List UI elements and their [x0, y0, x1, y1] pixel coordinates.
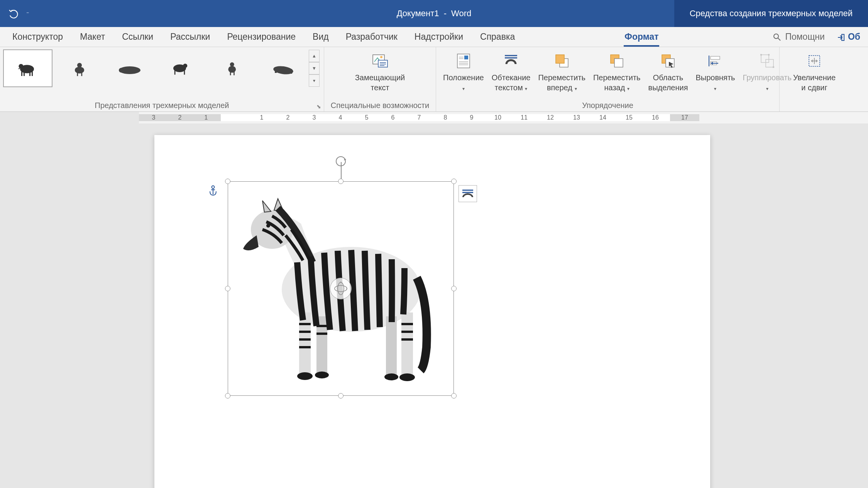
svg-point-78 [338, 282, 344, 295]
ribbon: ▲ ▼ ▾ Представления трехмерных моделей ⬊ [0, 47, 868, 112]
ruler-mark: 16 [642, 114, 668, 121]
anchor-icon[interactable] [208, 185, 218, 198]
3d-view-6[interactable] [258, 49, 307, 87]
3d-orbit-control[interactable] [330, 278, 352, 299]
wrap-text-button[interactable]: Обтекание текстом ▾ [488, 49, 535, 93]
3d-view-1[interactable] [3, 49, 52, 87]
layout-options-button[interactable] [459, 185, 477, 202]
svg-rect-50 [761, 55, 769, 62]
resize-handle-sw[interactable] [225, 393, 230, 399]
tell-me-search[interactable]: Помощни [773, 32, 824, 42]
tab-review[interactable]: Рецензирование [218, 27, 304, 47]
svg-rect-28 [378, 60, 387, 67]
bring-forward-button[interactable]: Переместить вперед ▾ [534, 49, 589, 93]
svg-rect-2 [842, 34, 844, 41]
ruler-mark: 15 [616, 114, 642, 121]
ruler-mark: 5 [354, 114, 380, 121]
resize-handle-ne[interactable] [451, 179, 457, 184]
svg-rect-10 [77, 72, 78, 76]
selection-pane-button[interactable]: Область выделения [645, 49, 692, 93]
3d-views-gallery: ▲ ▼ ▾ [3, 49, 320, 87]
resize-handle-n[interactable] [338, 179, 343, 184]
document-page[interactable] [154, 135, 710, 488]
selection-pane-icon [659, 52, 677, 70]
tab-view[interactable]: Вид [304, 27, 337, 47]
send-backward-button[interactable]: Переместить назад ▾ [589, 49, 645, 93]
gallery-more[interactable]: ▾ [309, 74, 320, 87]
ruler-mark: 6 [380, 114, 406, 121]
svg-point-27 [380, 56, 382, 58]
position-button[interactable]: Положение▾ [439, 49, 488, 93]
ruler-mark: 12 [537, 114, 563, 121]
ruler-mark: 2 [167, 114, 193, 121]
bring-forward-icon [553, 52, 571, 70]
gallery-scroll-up[interactable]: ▲ [309, 50, 320, 62]
tab-help[interactable]: Справка [472, 27, 523, 47]
pan-zoom-button[interactable]: Увеличение и сдвиг [789, 49, 839, 93]
svg-rect-20 [230, 71, 231, 75]
3d-model-object[interactable] [228, 181, 454, 396]
share-button[interactable]: Об [836, 32, 860, 42]
position-icon [454, 52, 473, 70]
resize-handle-nw[interactable] [225, 179, 230, 184]
ribbon-group-accessibility: Замещающий текст Специальные возможности [324, 47, 436, 111]
ruler-mark: 14 [590, 114, 616, 121]
svg-point-76 [336, 157, 345, 166]
svg-rect-53 [768, 54, 770, 56]
gallery-spinner: ▲ ▼ ▾ [309, 50, 320, 87]
tab-constructor[interactable]: Конструктор [4, 27, 71, 47]
ruler-mark: 10 [485, 114, 511, 121]
svg-rect-48 [711, 56, 720, 59]
svg-rect-21 [233, 71, 235, 75]
3d-view-5[interactable] [207, 49, 256, 87]
search-icon [773, 33, 781, 41]
tab-references[interactable]: Ссылки [113, 27, 162, 47]
document-name: Документ1 [397, 8, 439, 18]
svg-rect-7 [32, 71, 33, 76]
tab-developer[interactable]: Разработчик [337, 27, 406, 47]
tab-layout[interactable]: Макет [71, 27, 113, 47]
svg-rect-5 [24, 71, 25, 76]
resize-handle-w[interactable] [225, 286, 230, 291]
chevron-down-icon: ▾ [766, 86, 768, 91]
tab-mailings[interactable]: Рассылки [162, 27, 218, 47]
svg-point-19 [228, 66, 236, 73]
resize-handle-se[interactable] [451, 393, 457, 399]
window-title: Документ1 - Word [397, 8, 472, 19]
resize-handle-s[interactable] [338, 393, 343, 399]
horizontal-ruler[interactable]: 3 2 1 1 2 3 4 5 6 7 8 9 10 11 12 13 14 1… [139, 112, 868, 123]
align-button[interactable]: Выровнять▾ [692, 49, 739, 93]
ribbon-group-3d-views: ▲ ▼ ▾ Представления трехмерных моделей ⬊ [0, 47, 324, 111]
svg-point-14 [119, 68, 124, 73]
3d-view-2[interactable] [54, 49, 103, 87]
ruler-mark: 4 [327, 114, 354, 121]
gallery-scroll-down[interactable]: ▼ [309, 62, 320, 74]
svg-point-22 [230, 62, 234, 67]
3d-view-4[interactable] [156, 49, 205, 87]
svg-rect-4 [21, 71, 22, 76]
undo-button[interactable] [8, 8, 19, 19]
tab-format[interactable]: Формат [616, 27, 667, 47]
svg-rect-17 [184, 71, 185, 75]
qat-customize-dropdown[interactable]: ⁼ [26, 10, 29, 17]
svg-point-0 [774, 34, 778, 39]
svg-point-8 [19, 64, 23, 69]
svg-point-9 [75, 67, 84, 74]
ruler-mark: 9 [459, 114, 485, 121]
share-icon [836, 33, 845, 41]
alt-text-button[interactable]: Замещающий текст [351, 49, 409, 93]
svg-rect-11 [81, 72, 82, 76]
svg-point-77 [335, 285, 347, 292]
tab-addins[interactable]: Надстройки [406, 27, 472, 47]
ruler-mark: 3 [301, 114, 327, 121]
svg-rect-33 [464, 56, 468, 59]
ribbon-group-label-accessibility: Специальные возможности [324, 101, 436, 111]
tabs-right-section: Помощни Об [773, 27, 860, 47]
resize-handle-e[interactable] [451, 286, 457, 291]
3d-view-3[interactable] [105, 49, 154, 87]
ruler-mark [222, 114, 249, 121]
ruler-mark: 17 [672, 114, 698, 121]
rotation-handle[interactable] [334, 154, 348, 170]
svg-rect-42 [556, 55, 564, 63]
views-dialog-launcher[interactable]: ⬊ [315, 103, 322, 110]
